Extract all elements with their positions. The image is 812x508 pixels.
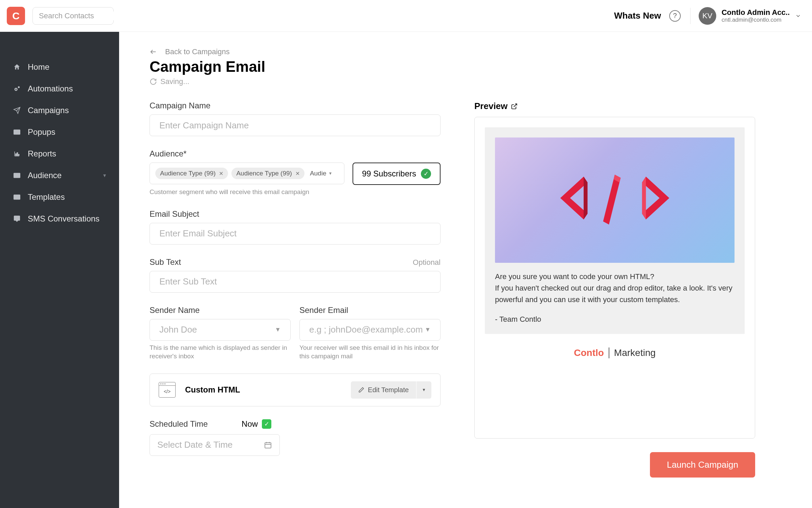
campaign-name-input[interactable] bbox=[150, 114, 441, 136]
sidebar-item-templates[interactable]: Templates bbox=[0, 186, 119, 208]
brand-suffix: Marketing bbox=[614, 347, 656, 358]
svg-marker-20 bbox=[584, 177, 588, 220]
sender-name-select[interactable]: John Doe ▼ bbox=[150, 319, 291, 341]
main-content: Back to Campaigns Campaign Email Saving.… bbox=[119, 32, 812, 508]
check-icon: ✓ bbox=[421, 169, 431, 179]
datetime-placeholder: Select Date & Time bbox=[157, 440, 233, 450]
svg-marker-19 bbox=[560, 177, 588, 220]
chat-icon bbox=[12, 215, 22, 223]
launch-campaign-button[interactable]: Launch Campaign bbox=[650, 452, 755, 478]
account-block[interactable]: Contlo Admin Acc.. cntl.admin@contlo.com bbox=[722, 8, 790, 23]
audience-hint: Customer segment who will receive this e… bbox=[150, 188, 441, 196]
gears-icon bbox=[12, 85, 22, 92]
audience-label: Audience* bbox=[150, 149, 441, 158]
pencil-icon bbox=[358, 387, 364, 393]
preview-header: Preview bbox=[474, 101, 508, 111]
subject-label: Email Subject bbox=[150, 209, 441, 219]
search-contacts-input-wrap[interactable] bbox=[32, 7, 114, 25]
schedule-now-toggle[interactable]: Now ✓ bbox=[242, 419, 271, 429]
account-name: Contlo Admin Acc.. bbox=[722, 8, 790, 17]
back-link[interactable]: Back to Campaigns bbox=[150, 47, 794, 56]
sidebar-item-label: Campaigns bbox=[28, 106, 69, 115]
chart-icon bbox=[12, 150, 22, 157]
sidebar-item-label: Popups bbox=[28, 127, 55, 137]
audience-typing: Audie ▼ bbox=[308, 170, 333, 177]
now-label: Now bbox=[242, 419, 258, 429]
sidebar-item-popups[interactable]: Popups bbox=[0, 121, 119, 143]
rectangle-icon bbox=[12, 173, 22, 178]
svg-rect-8 bbox=[16, 154, 17, 155]
page-title: Campaign Email bbox=[150, 58, 794, 75]
sidebar-item-label: Audience bbox=[28, 171, 62, 180]
sidebar-item-label: SMS Conversations bbox=[28, 214, 99, 224]
sidebar-item-reports[interactable]: Reports bbox=[0, 143, 119, 165]
subtext-optional: Optional bbox=[413, 258, 441, 267]
sidebar-item-audience[interactable]: Audience ▼ bbox=[0, 165, 119, 186]
subtext-input[interactable] bbox=[150, 271, 441, 293]
paper-plane-icon bbox=[12, 107, 22, 114]
brand-name: Contlo bbox=[574, 347, 604, 358]
svg-marker-23 bbox=[603, 175, 621, 225]
calendar-icon bbox=[264, 441, 272, 449]
whats-new-link[interactable]: Whats New bbox=[614, 10, 661, 21]
code-window-icon: </> bbox=[159, 382, 176, 398]
svg-rect-11 bbox=[14, 173, 20, 178]
caret-down-icon: ▼ bbox=[328, 171, 332, 176]
preview-signature: - Team Contlo bbox=[495, 315, 735, 324]
avatar[interactable]: KV bbox=[699, 7, 716, 25]
external-link-icon[interactable] bbox=[511, 103, 518, 110]
sidebar-item-automations[interactable]: Automations bbox=[0, 78, 119, 100]
back-label: Back to Campaigns bbox=[165, 47, 230, 56]
chip-label: Audience Type (99) bbox=[236, 170, 292, 177]
preview-brand: Contlo Marketing bbox=[485, 347, 745, 358]
audience-chip[interactable]: Audience Type (99) ✕ bbox=[231, 168, 304, 179]
sender-name-hint: This is the name which is displayed as s… bbox=[150, 343, 291, 361]
sender-email-label: Sender Email bbox=[299, 305, 441, 315]
chevron-down-icon[interactable] bbox=[795, 13, 801, 19]
help-icon[interactable]: ? bbox=[669, 10, 681, 22]
preview-line2: If you haven't checked out our drag and … bbox=[495, 282, 735, 305]
caret-down-icon: ▼ bbox=[422, 387, 426, 392]
rectangle-icon bbox=[12, 194, 22, 200]
app-logo[interactable]: C bbox=[7, 7, 25, 25]
saving-indicator: Saving... bbox=[150, 77, 794, 86]
subtext-label: Sub Text bbox=[150, 257, 181, 267]
audience-chip[interactable]: Audience Type (99) ✕ bbox=[155, 168, 228, 179]
arrow-left-icon bbox=[150, 48, 157, 56]
campaign-name-label: Campaign Name bbox=[150, 101, 441, 110]
caret-down-icon: ▼ bbox=[425, 326, 431, 333]
account-email: cntl.admin@contlo.com bbox=[722, 17, 790, 23]
svg-rect-5 bbox=[14, 130, 20, 135]
divider bbox=[690, 8, 691, 24]
sidebar: Home Automations Campaigns Popups Report… bbox=[0, 32, 119, 508]
sidebar-item-campaigns[interactable]: Campaigns bbox=[0, 100, 119, 121]
close-icon[interactable]: ✕ bbox=[219, 170, 223, 177]
preview-panel: Are you sure you want to code your own H… bbox=[474, 117, 755, 439]
sidebar-item-home[interactable]: Home bbox=[0, 56, 119, 78]
caret-down-icon: ▼ bbox=[275, 326, 281, 333]
sidebar-item-label: Home bbox=[28, 62, 49, 72]
audience-input[interactable]: Audience Type (99) ✕ Audience Type (99) … bbox=[150, 163, 344, 184]
subject-input[interactable] bbox=[150, 223, 441, 245]
svg-rect-14 bbox=[265, 443, 271, 448]
subscribers-count[interactable]: 99 Subscribers ✓ bbox=[353, 163, 441, 185]
sender-email-select[interactable]: e.g ; johnDoe@example.com ▼ bbox=[299, 319, 441, 341]
preview-image bbox=[495, 137, 735, 263]
topbar: C Whats New ? KV Contlo Admin Acc.. cntl… bbox=[0, 0, 812, 32]
datetime-input[interactable]: Select Date & Time bbox=[150, 434, 280, 456]
check-icon: ✓ bbox=[262, 419, 271, 429]
svg-rect-12 bbox=[14, 195, 20, 200]
close-icon[interactable]: ✕ bbox=[295, 170, 300, 177]
sidebar-item-label: Reports bbox=[28, 149, 56, 158]
sidebar-item-sms[interactable]: SMS Conversations bbox=[0, 208, 119, 230]
refresh-icon bbox=[150, 78, 157, 85]
edit-template-button[interactable]: Edit Template bbox=[351, 381, 416, 399]
divider bbox=[609, 347, 609, 358]
sidebar-item-label: Automations bbox=[28, 84, 73, 93]
svg-point-4 bbox=[18, 86, 20, 88]
svg-marker-22 bbox=[642, 177, 646, 220]
subscribers-label: 99 Subscribers bbox=[362, 169, 416, 178]
search-contacts-input[interactable] bbox=[39, 12, 132, 20]
template-menu-button[interactable]: ▼ bbox=[416, 381, 431, 399]
template-box: </> Custom HTML Edit Template ▼ bbox=[150, 374, 441, 406]
